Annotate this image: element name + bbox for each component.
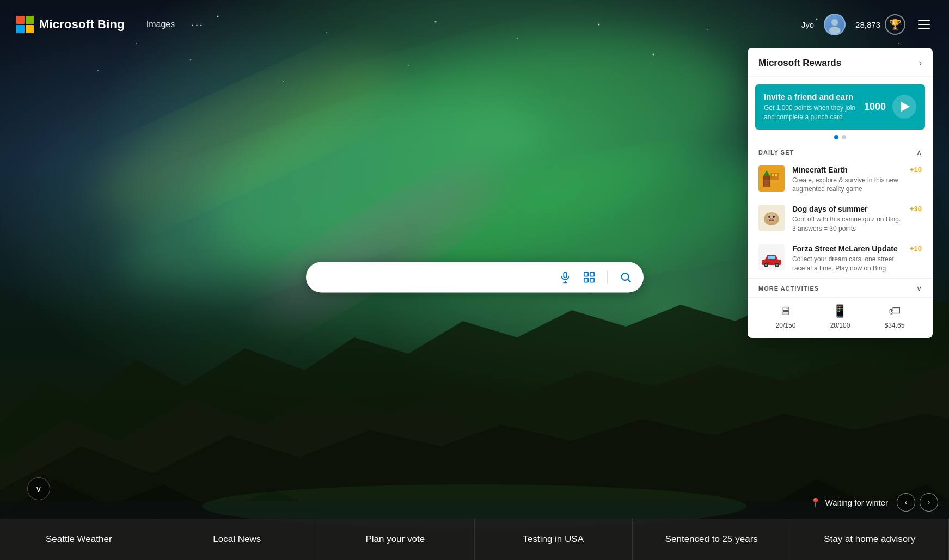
bottom-strip: 📍 Waiting for winter ‹ ›: [0, 486, 949, 519]
news-item-label-testing-in-usa: Testing in USA: [523, 534, 584, 545]
desktop-icon: 🖥: [780, 304, 792, 318]
svg-rect-38: [584, 278, 587, 282]
logo[interactable]: Microsoft Bing: [16, 16, 125, 33]
invite-title: Invite a friend and earn: [764, 92, 864, 101]
svg-rect-56: [768, 256, 775, 259]
news-bar: Seattle WeatherLocal NewsPlan your voteT…: [0, 519, 949, 560]
svg-point-31: [831, 19, 838, 26]
dog-points: +30: [910, 205, 922, 213]
rewards-points-display: 28,873 🏆: [855, 14, 905, 35]
dog-desc: Cool off with this canine quiz on Bing. …: [792, 215, 905, 233]
svg-rect-44: [764, 180, 769, 187]
minecraft-content: Minecraft Earth Create, explore & surviv…: [792, 165, 905, 194]
next-arrow[interactable]: ›: [920, 493, 938, 512]
progress-section: 🖥 20/150 📱 20/100 🏷 $34.65: [748, 297, 933, 338]
logo-blue: [16, 25, 25, 33]
desktop-progress: 20/150: [776, 322, 796, 329]
search-icons: [557, 269, 634, 285]
hamburger-line-1: [918, 20, 930, 21]
play-icon: [901, 102, 910, 112]
search-bar: [306, 262, 644, 292]
daily-set-collapse[interactable]: ∧: [916, 148, 922, 157]
mobile-icon: 📱: [832, 304, 847, 318]
news-item-stay-at-home[interactable]: Stay at home advisory: [791, 519, 950, 560]
svg-rect-36: [584, 272, 587, 276]
activity-dog[interactable]: Dog days of summer Cool off with this ca…: [748, 199, 933, 239]
dot-2[interactable]: [842, 135, 846, 139]
progress-desktop: 🖥 20/150: [776, 304, 796, 329]
nav-right: Jyo 28,873 🏆: [801, 14, 933, 35]
rewards-title: Microsoft Rewards: [758, 58, 841, 69]
news-item-label-plan-your-vote: Plan your vote: [365, 534, 425, 545]
search-input[interactable]: [316, 271, 557, 282]
news-item-label-local-news: Local News: [213, 534, 261, 545]
dot-1[interactable]: [834, 135, 838, 139]
news-item-local-news[interactable]: Local News: [158, 519, 317, 560]
nav-images[interactable]: Images: [146, 20, 175, 29]
more-activities-header: MORE ACTIVITIES ∨: [748, 278, 933, 297]
dog-content: Dog days of summer Cool off with this ca…: [792, 205, 905, 233]
svg-point-40: [621, 273, 628, 280]
minecraft-desc: Create, explore & survive in this new au…: [792, 176, 905, 194]
logo-red: [16, 16, 25, 24]
rewards-chevron[interactable]: ›: [919, 58, 922, 68]
nav-more[interactable]: ···: [191, 19, 204, 31]
invite-subtitle: Get 1,000 points when they join and comp…: [764, 103, 864, 122]
logo-yellow: [26, 25, 34, 33]
top-navigation: Microsoft Bing Images ··· Jyo 28,873 🏆: [0, 0, 949, 49]
svg-point-24: [653, 54, 654, 56]
bing-logo-grid: [16, 16, 34, 33]
hamburger-line-2: [918, 24, 930, 25]
logo-green: [26, 16, 34, 24]
microphone-button[interactable]: [557, 269, 573, 285]
search-button[interactable]: [617, 269, 634, 285]
minecraft-icon: [758, 165, 785, 192]
hamburger-menu[interactable]: [915, 17, 933, 32]
avatar[interactable]: [824, 14, 846, 35]
news-item-testing-in-usa[interactable]: Testing in USA: [475, 519, 633, 560]
forza-title: Forza Street McLaren Update: [792, 244, 905, 253]
svg-point-52: [768, 216, 770, 218]
prev-arrow[interactable]: ‹: [897, 493, 915, 512]
svg-rect-33: [564, 272, 567, 278]
invite-card-content: Invite a friend and earn Get 1,000 point…: [764, 92, 864, 122]
news-item-plan-your-vote[interactable]: Plan your vote: [316, 519, 475, 560]
dog-icon: [758, 205, 785, 231]
location-label: Waiting for winter: [825, 498, 888, 507]
svg-point-23: [408, 65, 409, 66]
news-item-sentenced[interactable]: Sentenced to 25 years: [633, 519, 791, 560]
progress-reward: 🏷 $34.65: [885, 304, 905, 329]
rewards-header: Microsoft Rewards ›: [748, 48, 933, 77]
progress-mobile: 📱 20/100: [830, 304, 850, 329]
points-value: 28,873: [855, 20, 880, 29]
svg-marker-43: [763, 170, 770, 176]
minecraft-points: +10: [910, 165, 922, 174]
more-activities-toggle[interactable]: ∨: [916, 284, 922, 293]
reward-tag-icon: 🏷: [889, 304, 901, 318]
forza-points: +10: [910, 244, 922, 253]
rewards-panel: Microsoft Rewards › Invite a friend and …: [748, 48, 933, 338]
news-item-label-seattle-weather: Seattle Weather: [46, 534, 112, 545]
search-container: [306, 262, 644, 292]
news-item-label-stay-at-home: Stay at home advisory: [824, 534, 915, 545]
invite-play-button[interactable]: [892, 95, 916, 119]
svg-point-53: [773, 216, 775, 218]
news-nav-arrows: ‹ ›: [897, 493, 938, 512]
activity-forza[interactable]: Forza Street McLaren Update Collect your…: [748, 239, 933, 279]
forza-icon: [758, 244, 785, 270]
location-info: 📍 Waiting for winter: [810, 497, 888, 508]
forza-content: Forza Street McLaren Update Collect your…: [792, 244, 905, 273]
svg-point-22: [283, 81, 284, 82]
svg-line-41: [628, 279, 630, 282]
svg-rect-37: [590, 272, 593, 276]
search-divider: [607, 270, 608, 284]
svg-point-32: [829, 27, 840, 34]
activity-minecraft[interactable]: Minecraft Earth Create, explore & surviv…: [748, 160, 933, 200]
rewards-icon-button[interactable]: 🏆: [885, 14, 905, 35]
svg-point-21: [190, 59, 192, 61]
svg-rect-47: [775, 174, 777, 176]
news-item-seattle-weather[interactable]: Seattle Weather: [0, 519, 158, 560]
visual-search-button[interactable]: [581, 269, 597, 285]
user-name: Jyo: [801, 20, 814, 29]
invite-card[interactable]: Invite a friend and earn Get 1,000 point…: [755, 84, 925, 130]
